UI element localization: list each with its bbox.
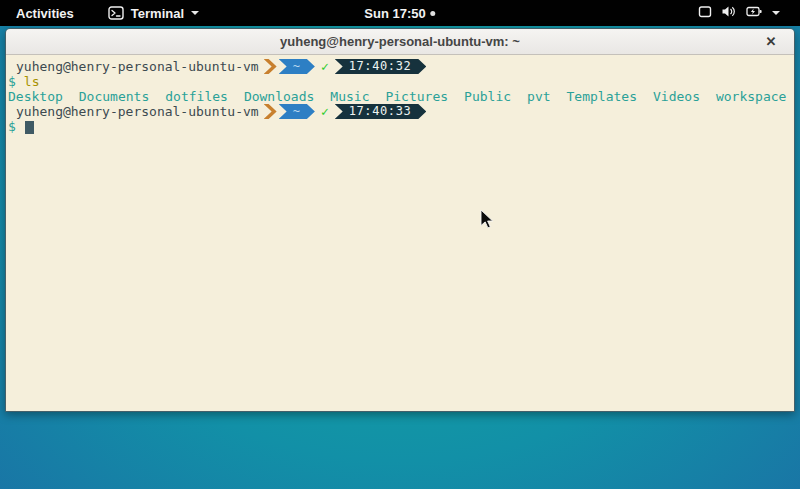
status-check-icon: ✓ [321,59,329,74]
input-line[interactable]: $ [8,119,794,134]
window-titlebar[interactable]: yuheng@henry-personal-ubuntu-vm: ~ ✕ [6,29,794,55]
window-title: yuheng@henry-personal-ubuntu-vm: ~ [280,34,520,49]
close-icon[interactable]: ✕ [762,33,780,51]
dir-entry: dotfiles [165,89,228,104]
display-icon [698,5,712,21]
app-menu-label: Terminal [131,6,184,21]
prompt-username: yuheng@henry-personal-ubuntu-vm [16,59,259,74]
powerline-chevron-icon [264,104,277,119]
prompt-sign: $ [8,119,16,134]
prompt-time-segment: 17:40:33 [335,104,427,119]
prompt-path-segment: ~ [279,104,315,119]
prompt-time-segment: 17:40:32 [335,59,427,74]
dir-entry: Pictures [385,89,448,104]
clock[interactable]: Sun 17:50 [364,6,435,21]
dir-entry: Documents [79,89,149,104]
chevron-down-icon[interactable] [772,11,780,15]
terminal-app-icon [108,6,124,20]
prompt-line: yuheng@henry-personal-ubuntu-vm ~ ✓ 17:4… [8,104,794,119]
chevron-down-icon [191,11,199,15]
prompt-path-segment: ~ [279,59,315,74]
dir-entry: Public [464,89,511,104]
powerline-chevron-icon [264,59,277,74]
command-text: ls [24,74,40,89]
dir-entry: Videos [653,89,700,104]
system-status-area[interactable] [698,0,780,26]
prompt-sign: $ [8,74,16,89]
terminal-block-cursor [25,121,34,134]
command-line: $ls [8,74,794,89]
terminal-content[interactable]: yuheng@henry-personal-ubuntu-vm ~ ✓ 17:4… [6,55,794,411]
dir-entry: workspace [716,89,786,104]
dir-entry: Downloads [244,89,314,104]
ls-output-line: DesktopDocumentsdotfilesDownloadsMusicPi… [8,89,794,104]
dir-entry: Desktop [8,89,63,104]
dir-entry: pvt [527,89,550,104]
mouse-cursor-icon [480,209,495,230]
dir-entry: Music [330,89,369,104]
top-bar: Activities Terminal Sun 17:50 [0,0,800,26]
notification-dot-icon [431,11,436,16]
terminal-window: yuheng@henry-personal-ubuntu-vm: ~ ✕ yuh… [5,28,795,412]
clock-label: Sun 17:50 [364,6,425,21]
dir-entry: Templates [567,89,637,104]
app-menu-terminal[interactable]: Terminal [108,6,199,21]
prompt-line: yuheng@henry-personal-ubuntu-vm ~ ✓ 17:4… [8,59,794,74]
activities-button[interactable]: Activities [10,4,80,23]
status-check-icon: ✓ [321,104,329,119]
prompt-username: yuheng@henry-personal-ubuntu-vm [16,104,259,119]
battery-charging-icon [746,5,763,21]
volume-icon [721,5,737,21]
